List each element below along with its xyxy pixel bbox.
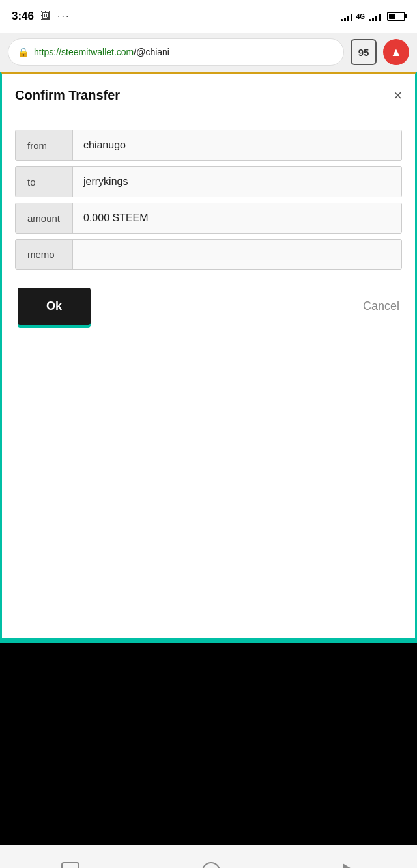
from-label: from: [16, 130, 73, 160]
header-divider: [15, 115, 402, 115]
nav-bar: [0, 845, 417, 868]
amount-value: 0.000 STEEM: [73, 203, 401, 233]
amount-label: amount: [16, 203, 73, 233]
status-dots: ···: [57, 10, 70, 22]
url-https: https://: [34, 47, 61, 57]
nav-square-button[interactable]: [55, 856, 86, 868]
signal-bar-1: [341, 19, 343, 21]
from-row: from chianugo: [15, 130, 402, 161]
to-row: to jerrykings: [15, 166, 402, 197]
amount-row: amount 0.000 STEEM: [15, 203, 402, 234]
memo-value: [73, 240, 401, 269]
signal-bar-7: [375, 16, 377, 21]
photo-icon: 🖼: [40, 10, 51, 22]
button-row: Ok Cancel: [15, 288, 402, 325]
signal-bars-1: [341, 11, 352, 21]
square-icon: [61, 862, 79, 868]
memo-label: memo: [16, 240, 73, 269]
back-icon: [343, 863, 356, 868]
url-bar[interactable]: 🔒 https://steemitwallet.com/@chiani: [8, 38, 344, 66]
status-left: 3:46 🖼 ···: [12, 10, 70, 23]
lock-icon: 🔒: [18, 47, 29, 57]
url-suffix: /@chiani: [134, 47, 169, 57]
signal-bar-8: [379, 14, 381, 21]
cancel-button[interactable]: Cancel: [363, 300, 399, 313]
circle-icon: [202, 862, 220, 868]
browser-bar: 🔒 https://steemitwallet.com/@chiani 95 ▲: [0, 33, 417, 72]
main-content: Confirm Transfer × from chianugo to jerr…: [0, 72, 417, 638]
signal-bars-2: [369, 11, 381, 21]
to-label: to: [16, 167, 73, 197]
ok-button[interactable]: Ok: [18, 288, 91, 325]
network-label-1: 4G: [356, 13, 365, 20]
modal-title: Confirm Transfer: [15, 88, 120, 103]
teal-bar: [0, 638, 417, 643]
tab-count-label: 95: [358, 47, 369, 58]
signal-bar-2: [344, 18, 346, 21]
memo-row: memo: [15, 239, 402, 270]
status-time: 3:46: [12, 10, 34, 23]
tab-count-button[interactable]: 95: [351, 39, 377, 65]
url-site: steemitwallet.com: [61, 47, 134, 57]
upload-button[interactable]: ▲: [383, 39, 409, 65]
battery-fill: [389, 14, 395, 19]
status-right: 4G: [341, 11, 405, 21]
confirm-transfer-modal: Confirm Transfer × from chianugo to jerr…: [2, 74, 415, 344]
to-value: jerrykings: [73, 167, 401, 197]
url-text: https://steemitwallet.com/@chiani: [34, 47, 169, 57]
battery-icon: [387, 12, 405, 21]
signal-bar-4: [351, 14, 352, 21]
modal-header: Confirm Transfer ×: [15, 88, 402, 103]
signal-bar-5: [369, 19, 371, 21]
from-value: chianugo: [73, 130, 401, 160]
signal-bar-3: [347, 16, 349, 21]
modal-close-button[interactable]: ×: [394, 89, 402, 103]
signal-bar-6: [372, 18, 374, 21]
nav-back-button[interactable]: [336, 857, 362, 868]
nav-home-button[interactable]: [195, 856, 227, 868]
black-area: [0, 643, 417, 845]
upload-icon: ▲: [390, 46, 402, 59]
status-bar: 3:46 🖼 ··· 4G: [0, 0, 417, 33]
